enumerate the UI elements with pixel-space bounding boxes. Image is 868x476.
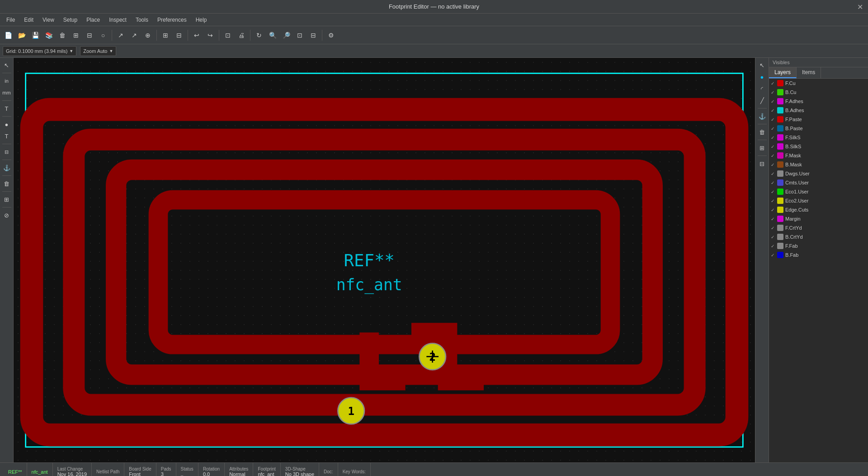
toolbar-btn-13[interactable]: ⊞ [159,29,172,42]
menu-item-setup[interactable]: Setup [59,15,82,25]
right-ruler-button[interactable]: ⊟ [757,158,768,169]
layer-row-f-crtyd[interactable]: ✓F.CrtYd [769,223,868,232]
toolbar-btn-24[interactable]: 🔎 [280,29,292,42]
toolbar-btn-10[interactable]: ↗ [128,29,141,42]
toolbar-btn-28[interactable]: ⚙ [325,29,337,42]
tab-items[interactable]: Items [797,67,821,78]
layer-row-f-fab[interactable]: ✓F.Fab [769,241,868,250]
grid-dropdown[interactable]: Grid: 0.1000 mm (3.94 mils) ▼ [3,46,76,56]
zoom-dropdown[interactable]: Zoom Auto ▼ [80,46,116,56]
layer-name-13: Eco2.User [785,198,808,203]
mm-tool-button[interactable]: mm [1,87,12,98]
layer-row-eco1-user[interactable]: ✓Eco1.User [769,187,868,196]
menu-item-tools[interactable]: Tools [131,15,153,25]
right-grid-button[interactable]: ⊞ [757,142,768,153]
toolbar-btn-4[interactable]: 🗑 [56,29,69,42]
menu-item-inspect[interactable]: Inspect [104,15,131,25]
menu-item-place[interactable]: Place [82,15,104,25]
toolbar-btn-22[interactable]: ↻ [253,29,265,42]
layer-row-b-fab[interactable]: ✓B.Fab [769,250,868,259]
toolbar-btn-7[interactable]: ○ [97,29,109,42]
toolbar-btn-1[interactable]: 📂 [15,29,28,42]
text-tool-button[interactable]: T [1,103,12,114]
right-trash-button[interactable]: 🗑 [757,127,768,137]
ruler-tool-button[interactable]: in [1,75,12,86]
canvas-area[interactable]: REF** nfc_ant 1 2 [14,58,755,462]
status-3d-label: 3D-Shape [285,467,314,471]
toolbar-btn-6[interactable]: ⊟ [83,29,96,42]
toolbar-btn-17[interactable]: ↪ [204,29,217,42]
menu-item-edit[interactable]: Edit [19,15,38,25]
layer-row-edge-cuts[interactable]: ✓Edge.Cuts [769,205,868,214]
layer-row-f-mask[interactable]: ✓F.Mask [769,151,868,160]
layer-check-16: ✓ [771,226,777,231]
layer-name-3: B.Adhes [785,108,804,113]
toolbar-btn-26[interactable]: ⊟ [307,29,320,42]
status-pads-value: 3 [161,471,171,476]
layer-row-b-paste[interactable]: ✓B.Paste [769,124,868,133]
measure-tool-button[interactable]: ⊟ [1,146,12,157]
layer-row-f-paste[interactable]: ✓F.Paste [769,115,868,124]
status-netlist-label: Netlist Path [96,469,119,474]
layer-row-b-cu[interactable]: ✓B.Cu [769,88,868,97]
lt-sep-8 [2,207,11,207]
layer-name-4: F.Paste [785,117,802,122]
layer-row-f-cu[interactable]: ✓F.Cu [769,79,868,88]
menu-item-view[interactable]: View [38,15,59,25]
layer-color-8 [777,152,783,159]
settings-tool-button[interactable]: ⊘ [1,210,12,221]
toolbar-btn-2[interactable]: 💾 [29,29,42,42]
menu-item-help[interactable]: Help [191,15,212,25]
menu-item-file[interactable]: File [2,15,19,25]
layer-name-8: F.Mask [785,153,801,158]
layer-row-b-crtyd[interactable]: ✓B.CrtYd [769,232,868,241]
toolbar-btn-14[interactable]: ⊟ [173,29,185,42]
layer-color-17 [777,234,783,240]
toolbar-btn-9[interactable]: ↗ [114,29,127,42]
tab-layers[interactable]: Layers [769,67,797,78]
anchor-tool-button[interactable]: ⚓ [1,162,12,173]
status-rotation-value: 0.0 [203,471,220,476]
toolbar-btn-11[interactable]: ⊕ [142,29,154,42]
layer-row-b-mask[interactable]: ✓B.Mask [769,160,868,169]
right-arc-button[interactable]: ◜ [757,83,768,94]
layer-row-eco2-user[interactable]: ✓Eco2.User [769,196,868,205]
layer-row-b-adhes[interactable]: ✓B.Adhes [769,106,868,115]
layer-row-f-silks[interactable]: ✓F.SilkS [769,133,868,142]
layer-row-b-silks[interactable]: ✓B.SilkS [769,142,868,151]
menu-item-preferences[interactable]: Preferences [153,15,191,25]
layer-color-5 [777,125,783,132]
right-select-button[interactable]: ↖ [757,60,768,71]
lt-sep-5 [2,160,11,160]
delete-tool-button[interactable]: 🗑 [1,178,12,189]
circle-tool-button[interactable]: ● [1,119,12,130]
layer-name-6: F.SilkS [785,135,801,140]
layer-row-cmts-user[interactable]: ✓Cmts.User [769,178,868,187]
layer-check-5: ✓ [771,126,777,131]
layer-check-2: ✓ [771,99,777,104]
status-attributes: Attributes Normal [225,463,253,476]
status-pads: Pads 3 [156,463,176,476]
right-circle-button[interactable]: ● [757,71,768,82]
right-anchor-button[interactable]: ⚓ [757,111,768,122]
toolbar-btn-5[interactable]: ⊞ [70,29,82,42]
toolbar-btn-0[interactable]: 📄 [2,29,14,42]
grid-tool-button[interactable]: ⊞ [1,194,12,205]
status-rotation: Rotation 0.0 [198,463,225,476]
toolbar-btn-3[interactable]: 📚 [42,29,55,42]
lt-sep-7 [2,191,11,192]
layer-row-margin[interactable]: ✓Margin [769,214,868,223]
toolbar-btn-20[interactable]: 🖨 [235,29,248,42]
text2-tool-button[interactable]: T [1,131,12,141]
toolbar-btn-23[interactable]: 🔍 [266,29,279,42]
secondary-toolbar: Grid: 0.1000 mm (3.94 mils) ▼ Zoom Auto … [0,44,868,58]
toolbar-btn-16[interactable]: ↩ [190,29,203,42]
layer-row-dwgs-user[interactable]: ✓Dwgs.User [769,169,868,178]
toolbar-btn-19[interactable]: ⊡ [222,29,234,42]
status-last-change: Last Change Nov 16, 2019 [53,463,92,476]
toolbar-btn-25[interactable]: ⊡ [293,29,306,42]
select-tool-button[interactable]: ↖ [1,60,12,71]
layer-row-f-adhes[interactable]: ✓F.Adhes [769,97,868,106]
close-button[interactable]: ✕ [855,2,864,11]
right-line-button[interactable]: ╱ [757,95,768,106]
